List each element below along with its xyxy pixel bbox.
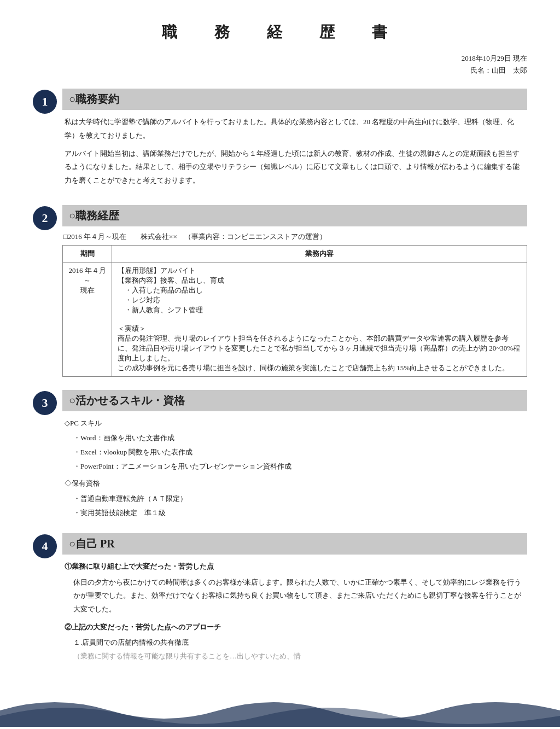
date-name-block: 2018年10月29日 現在 氏名：山田 太郎	[33, 53, 527, 77]
table-row: 2016 年４月 ～ 現在【雇用形態】アルバイト【業務内容】接客、品出し、育成 …	[63, 262, 527, 376]
content-line: ・レジ対応	[118, 295, 521, 305]
content-line: 【業務内容】接客、品出し、育成	[118, 276, 521, 285]
section-header-4: ○自己 PR	[62, 533, 527, 555]
content-line: ・新人教育、シフト管理	[118, 305, 521, 315]
section-4: 4○自己 PR①業務に取り組む上で大変だった・苦労した点休日の夕方から夜にかけて…	[33, 533, 527, 663]
skills-item: ・Excel：vlookup 関数を用いた表作成	[73, 445, 525, 459]
work-table: 期間業務内容2016 年４月 ～ 現在【雇用形態】アルバイト【業務内容】接客、品…	[62, 245, 527, 377]
section-1: 1○職務要約私は大学時代に学習塾で講師のアルバイトを行っておりました。具体的な業…	[33, 89, 527, 191]
skills-body: ◇PC スキル・Word：画像を用いた文書作成・Excel：vlookup 関数…	[62, 417, 527, 520]
paragraph: 私は大学時代に学習塾で講師のアルバイトを行っておりました。具体的な業務内容として…	[65, 115, 525, 142]
name-text: 氏名：山田 太郎	[33, 65, 527, 77]
content-line: ・入荷した商品の品出し	[118, 285, 521, 295]
section-content-4: ○自己 PR①業務に取り組む上で大変だった・苦労した点休日の夕方から夜にかけての…	[62, 533, 527, 663]
skills-item: ・PowerPoint：アニメーションを用いたプレゼンテーション資料作成	[73, 459, 525, 474]
skills-item: ・普通自動車運転免許（ＡＴ限定）	[73, 492, 525, 506]
table-header: 期間	[63, 245, 112, 262]
table-header: 業務内容	[112, 245, 527, 262]
section-content-2: ○職務経歴□2016 年４月～現在 株式会社×× （事業内容：コンビニエンススト…	[62, 205, 527, 377]
date-text: 2018年10月29日 現在	[33, 53, 527, 65]
section-3: 3○活かせるスキル・資格◇PC スキル・Word：画像を用いた文書作成・Exce…	[33, 390, 527, 520]
skills-category: ◇PC スキル	[65, 417, 525, 430]
section-number-4: 4	[33, 534, 57, 558]
pr-body-text: １.店員間での店舗内情報の共有徹底	[73, 636, 525, 650]
company-line: □2016 年４月～現在 株式会社×× （事業内容：コンビニエンスストアの運営）	[62, 232, 527, 242]
content-cell: 【雇用形態】アルバイト【業務内容】接客、品出し、育成 ・入荷した商品の品出し ・…	[112, 262, 527, 376]
section-number-2: 2	[33, 206, 57, 230]
pr-subtitle: ①業務に取り組む上で大変だった・苦労した点	[65, 560, 525, 574]
section-content-3: ○活かせるスキル・資格◇PC スキル・Word：画像を用いた文書作成・Excel…	[62, 390, 527, 520]
section-number-3: 3	[33, 391, 57, 415]
section-body-summary: 私は大学時代に学習塾で講師のアルバイトを行っておりました。具体的な業務内容として…	[62, 115, 527, 187]
section-number-1: 1	[33, 90, 57, 114]
content-line: ＜実績＞	[118, 324, 521, 334]
bottom-wave	[0, 694, 560, 729]
section-content-1: ○職務要約私は大学時代に学習塾で講師のアルバイトを行っておりました。具体的な業務…	[62, 89, 527, 191]
skills-category: ◇保有資格	[65, 477, 525, 491]
pr-body-text2: （業務に関する情報を可能な限り共有することを…出しやすいため、情	[73, 650, 525, 663]
page-title: 職 務 経 歴 書	[33, 22, 527, 43]
section-header-1: ○職務要約	[62, 89, 527, 110]
skills-item: ・実用英語技能検定 準１級	[73, 506, 525, 520]
skills-item: ・Word：画像を用いた文書作成	[73, 431, 525, 445]
section-2: 2○職務経歴□2016 年４月～現在 株式会社×× （事業内容：コンビニエンスス…	[33, 205, 527, 377]
period-cell: 2016 年４月 ～ 現在	[63, 262, 112, 376]
pr-body: ①業務に取り組む上で大変だった・苦労した点休日の夕方から夜にかけての時間帯は多く…	[62, 560, 527, 663]
section-header-3: ○活かせるスキル・資格	[62, 390, 527, 411]
content-line: 【雇用形態】アルバイト	[118, 266, 521, 276]
paragraph: アルバイト開始当初は、講師業務だけでしたが、開始から１年経過した頃には新人の教育…	[65, 147, 525, 188]
pr-subtitle: ②上記の大変だった・苦労した点へのアプローチ	[65, 621, 525, 634]
content-line: 商品の発注管理、売り場のレイアウト担当を任されるようになったことから、本部の購買…	[118, 334, 521, 363]
section-header-2: ○職務経歴	[62, 205, 527, 226]
content-line: この成功事例を元に各売り場に担当を設け、同様の施策を実施したことで店舗売上も約 …	[118, 363, 521, 373]
pr-body-text: 休日の夕方から夜にかけての時間帯は多くのお客様が来店します。限られた人数で、いか…	[73, 576, 525, 616]
